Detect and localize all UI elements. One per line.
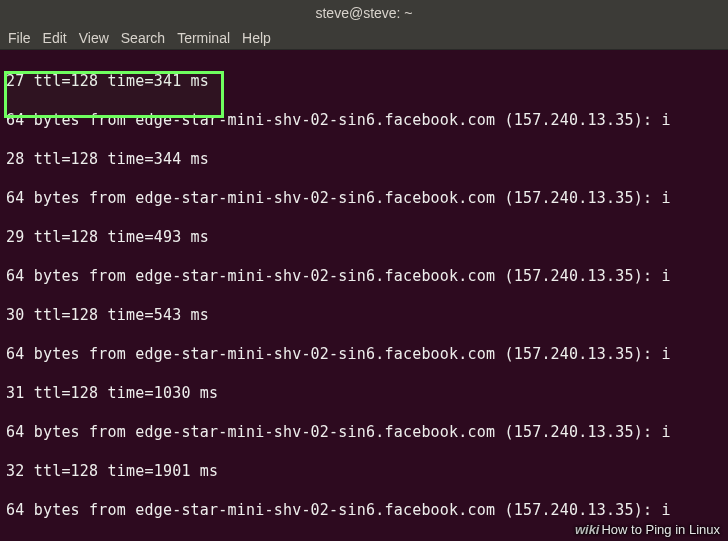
menu-file[interactable]: File	[8, 30, 31, 46]
window-title: steve@steve: ~	[315, 5, 412, 21]
window-titlebar: steve@steve: ~	[0, 0, 728, 26]
terminal-line: 30 ttl=128 time=543 ms	[6, 306, 722, 326]
terminal-line: 31 ttl=128 time=1030 ms	[6, 384, 722, 404]
watermark-text: How to Ping in Linux	[601, 522, 720, 537]
terminal-line: 32 ttl=128 time=1901 ms	[6, 462, 722, 482]
terminal-line: 64 bytes from edge-star-mini-shv-02-sin6…	[6, 345, 722, 365]
terminal-line: 28 ttl=128 time=344 ms	[6, 150, 722, 170]
menu-help[interactable]: Help	[242, 30, 271, 46]
terminal-line: 64 bytes from edge-star-mini-shv-02-sin6…	[6, 189, 722, 209]
watermark: wikiHow to Ping in Linux	[575, 522, 720, 537]
menu-search[interactable]: Search	[121, 30, 165, 46]
terminal-line: 64 bytes from edge-star-mini-shv-02-sin6…	[6, 111, 722, 131]
menu-bar: File Edit View Search Terminal Help	[0, 26, 728, 50]
terminal-line: 64 bytes from edge-star-mini-shv-02-sin6…	[6, 501, 722, 521]
menu-edit[interactable]: Edit	[43, 30, 67, 46]
terminal-line: 64 bytes from edge-star-mini-shv-02-sin6…	[6, 267, 722, 287]
terminal-output[interactable]: 27 ttl=128 time=341 ms 64 bytes from edg…	[0, 50, 728, 541]
menu-view[interactable]: View	[79, 30, 109, 46]
menu-terminal[interactable]: Terminal	[177, 30, 230, 46]
watermark-brand: wiki	[575, 522, 600, 537]
terminal-line: 29 ttl=128 time=493 ms	[6, 228, 722, 248]
terminal-line: 64 bytes from edge-star-mini-shv-02-sin6…	[6, 423, 722, 443]
terminal-line: 27 ttl=128 time=341 ms	[6, 72, 722, 92]
